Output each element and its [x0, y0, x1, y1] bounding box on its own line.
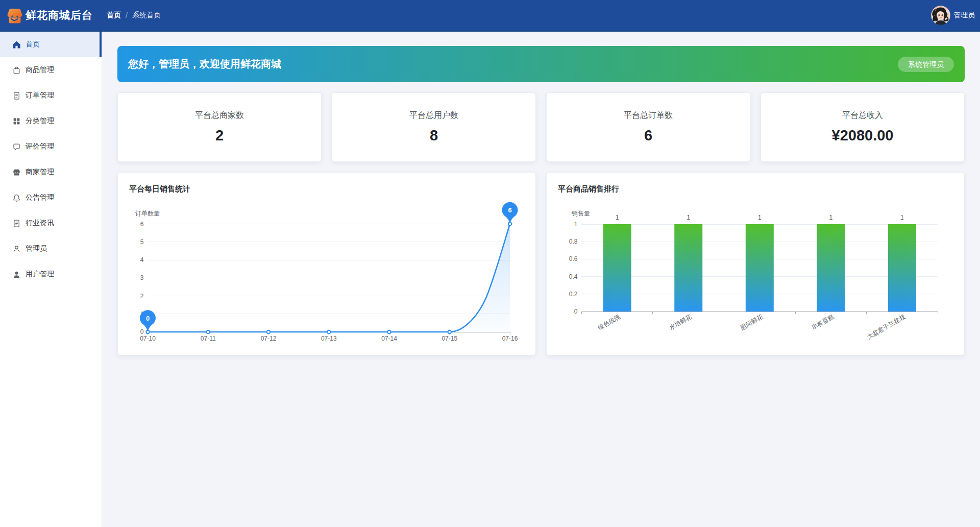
svg-text:绿色玫瑰: 绿色玫瑰: [597, 313, 622, 331]
breadcrumb-current: 系统首页: [132, 11, 161, 20]
svg-text:1: 1: [616, 214, 619, 221]
sidebar-item-label: 分类管理: [26, 116, 54, 126]
sidebar-item-label: 商品管理: [26, 65, 54, 75]
svg-text:3: 3: [140, 274, 144, 281]
main-content: 您好，管理员，欢迎使用鲜花商城 系统管理员 平台总商家数2平台总用户数8平台总订…: [102, 32, 980, 527]
svg-text:1: 1: [687, 214, 690, 221]
svg-text:0.8: 0.8: [569, 238, 578, 245]
document-icon: [13, 92, 20, 100]
stat-card-平台总商家数: 平台总商家数2: [117, 92, 322, 162]
svg-text:5: 5: [140, 238, 144, 246]
svg-text:07-12: 07-12: [261, 335, 277, 342]
sidebar-item-首页[interactable]: 首页: [0, 32, 102, 57]
breadcrumb-home[interactable]: 首页: [107, 11, 121, 20]
stat-card-平台总收入: 平台总收入¥2080.00: [761, 92, 965, 162]
shop-icon: [13, 169, 20, 176]
user-menu[interactable]: 管理员: [931, 0, 975, 31]
stat-value: 6: [644, 127, 652, 144]
product-ranking-bar-chart: 00.20.40.60.81销售量1绿色玫瑰1水培鲜花1慰问鲜花1早餐蛋糕1大盆…: [547, 173, 964, 355]
stat-card-平台总用户数: 平台总用户数8: [332, 92, 536, 162]
sidebar-item-label: 管理员: [26, 244, 47, 253]
svg-text:07-11: 07-11: [201, 335, 216, 342]
svg-text:订单数量: 订单数量: [135, 210, 160, 217]
user-filled-icon: [13, 271, 20, 278]
svg-text:07-16: 07-16: [502, 335, 518, 342]
svg-text:1: 1: [900, 214, 904, 221]
svg-text:1: 1: [574, 221, 578, 228]
svg-text:6: 6: [140, 221, 144, 228]
stat-value: ¥2080.00: [832, 127, 894, 144]
sidebar-item-商品管理[interactable]: 商品管理: [0, 57, 102, 83]
svg-text:6: 6: [508, 206, 511, 214]
breadcrumb-separator: /: [126, 11, 128, 19]
svg-text:早餐蛋糕: 早餐蛋糕: [811, 313, 836, 331]
home-icon: [13, 41, 20, 49]
sidebar-item-管理员[interactable]: 管理员: [0, 236, 102, 261]
bell-icon: [13, 194, 20, 202]
welcome-banner: 您好，管理员，欢迎使用鲜花商城 系统管理员: [117, 46, 965, 82]
user-avatar[interactable]: [931, 6, 950, 25]
svg-text:0: 0: [140, 328, 144, 336]
sidebar-item-评价管理[interactable]: 评价管理: [0, 134, 102, 159]
sidebar-item-订单管理[interactable]: 订单管理: [0, 83, 102, 108]
welcome-message: 您好，管理员，欢迎使用鲜花商城: [128, 57, 281, 71]
stat-value: 8: [430, 127, 438, 144]
stat-value: 2: [215, 127, 224, 144]
breadcrumb: 首页 / 系统首页: [107, 0, 161, 31]
app-title: 鲜花商城后台: [26, 0, 93, 31]
svg-text:4: 4: [140, 256, 144, 264]
stat-label: 平台总商家数: [195, 110, 244, 121]
svg-text:0.2: 0.2: [569, 291, 578, 298]
bar-大盆君子兰盆栽: [888, 224, 916, 312]
top-header-bar: 鲜花商城后台 首页 / 系统首页: [0, 0, 980, 32]
comment-icon: [13, 143, 20, 151]
svg-text:慰问鲜花: 慰问鲜花: [739, 313, 764, 332]
stats-row: 平台总商家数2平台总用户数8平台总订单数6平台总收入¥2080.00: [117, 92, 965, 162]
sidebar-item-分类管理[interactable]: 分类管理: [0, 108, 102, 134]
sidebar-item-label: 公告管理: [26, 193, 54, 202]
svg-text:07-10: 07-10: [140, 335, 156, 342]
stat-label: 平台总用户数: [409, 110, 458, 121]
svg-text:大盆君子兰盆栽: 大盆君子兰盆栽: [866, 313, 906, 341]
svg-text:0.6: 0.6: [569, 255, 578, 262]
sidebar-item-用户管理[interactable]: 用户管理: [0, 261, 102, 287]
sidebar-item-label: 评价管理: [26, 142, 54, 151]
daily-sales-line-chart: 0123456订单数量07-1007-1107-1207-1307-1407-1…: [118, 173, 535, 355]
sidebar-item-行业资讯[interactable]: 行业资讯: [0, 210, 102, 236]
svg-text:0: 0: [574, 308, 578, 315]
svg-text:0.4: 0.4: [569, 273, 578, 280]
stat-label: 平台总订单数: [624, 110, 673, 121]
mark-point-pin: 6: [502, 202, 518, 224]
bar-早餐蛋糕: [817, 224, 845, 312]
role-badge[interactable]: 系统管理员: [898, 57, 954, 72]
sidebar-item-公告管理[interactable]: 公告管理: [0, 185, 102, 210]
sidebar-item-商家管理[interactable]: 商家管理: [0, 159, 102, 185]
bar-水培鲜花: [674, 224, 702, 312]
svg-text:07-14: 07-14: [381, 335, 397, 342]
sidebar-item-label: 行业资讯: [26, 219, 54, 228]
app-logo-icon: [6, 7, 23, 25]
daily-sales-chart-card: 平台每日销售统计 0123456订单数量07-1007-1107-1207-13…: [117, 172, 536, 355]
shopping-bag-icon: [13, 66, 20, 74]
svg-text:0: 0: [146, 315, 150, 322]
sidebar-item-label: 订单管理: [26, 91, 54, 100]
svg-text:水培鲜花: 水培鲜花: [668, 313, 693, 331]
user-outline-icon: [13, 245, 20, 253]
sidebar-menu: 首页商品管理订单管理分类管理评价管理商家管理公告管理行业资讯管理员用户管理: [0, 32, 102, 287]
sidebar-item-label: 用户管理: [26, 270, 54, 279]
svg-text:07-15: 07-15: [442, 335, 457, 342]
stat-card-平台总订单数: 平台总订单数6: [546, 92, 750, 162]
sidebar-item-label: 首页: [26, 40, 40, 49]
grid-icon: [13, 117, 20, 125]
bar-慰问鲜花: [746, 224, 774, 312]
user-name: 管理员: [953, 11, 975, 20]
svg-text:1: 1: [758, 214, 762, 221]
svg-text:2: 2: [140, 293, 144, 300]
sidebar: 首页商品管理订单管理分类管理评价管理商家管理公告管理行业资讯管理员用户管理: [0, 32, 102, 527]
svg-text:销售量: 销售量: [571, 210, 590, 217]
svg-text:1: 1: [829, 214, 833, 221]
stat-label: 平台总收入: [842, 110, 883, 121]
charts-row: 平台每日销售统计 0123456订单数量07-1007-1107-1207-13…: [117, 172, 965, 355]
bar-绿色玫瑰: [603, 224, 631, 312]
svg-text:07-13: 07-13: [321, 335, 337, 342]
